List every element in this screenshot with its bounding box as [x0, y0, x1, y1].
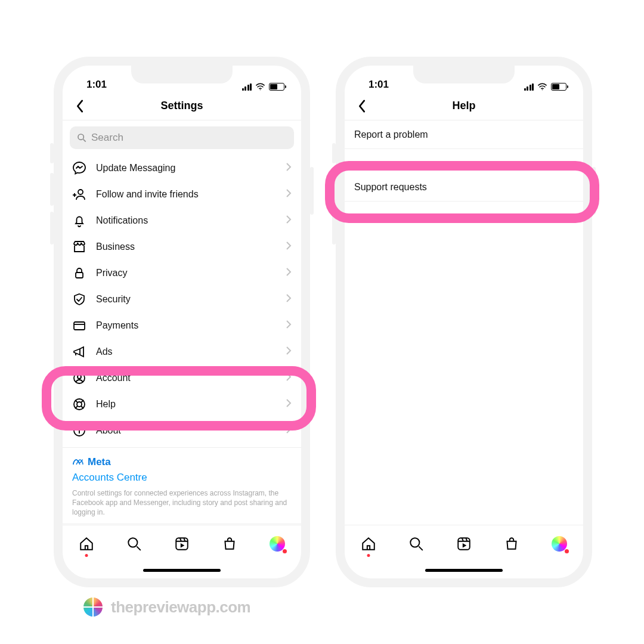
svg-point-0: [260, 89, 261, 90]
search-input[interactable]: Search: [70, 126, 294, 149]
row-label: Support requests: [354, 182, 574, 193]
svg-point-3: [78, 190, 83, 194]
chevron-right-icon: [286, 162, 292, 174]
chevron-right-icon: [286, 425, 292, 436]
status-right: [524, 83, 567, 91]
svg-marker-34: [463, 543, 467, 547]
watermark-text: thepreviewapp.com: [111, 598, 250, 617]
wifi-icon: [255, 83, 265, 91]
svg-marker-26: [181, 543, 185, 547]
cellular-icon: [242, 83, 252, 91]
avatar: [552, 536, 567, 552]
home-indicator[interactable]: [63, 562, 301, 578]
row-label: Business: [96, 242, 276, 252]
svg-point-19: [79, 428, 80, 429]
megaphone-icon: [72, 345, 86, 359]
accounts-centre-link[interactable]: Accounts Centre: [72, 472, 292, 484]
page-title: Help: [345, 100, 583, 112]
tab-search[interactable]: [126, 535, 143, 552]
svg-rect-6: [76, 273, 83, 278]
meta-description: Control settings for connected experienc…: [72, 488, 292, 518]
phone-help: 1:01 Help Report a problem: [336, 57, 592, 587]
cellular-icon: [524, 83, 534, 91]
row-label: Security: [96, 294, 276, 305]
notch: [413, 66, 515, 83]
tab-shop[interactable]: [221, 535, 238, 552]
svg-point-27: [542, 89, 543, 90]
row-business[interactable]: Business: [63, 234, 301, 260]
row-help[interactable]: Help: [63, 391, 301, 417]
tab-home[interactable]: [78, 535, 95, 552]
status-time: 1:01: [86, 79, 107, 91]
chevron-right-icon: [286, 372, 292, 384]
row-privacy[interactable]: Privacy: [63, 260, 301, 286]
row-ads[interactable]: Ads: [63, 339, 301, 365]
shield-icon: [72, 292, 86, 306]
nav-header: Settings: [63, 92, 301, 120]
tab-shop[interactable]: [503, 535, 520, 552]
chevron-right-icon: [286, 188, 292, 200]
phone-frame: 1:01 Settings: [54, 57, 310, 587]
row-follow-invite[interactable]: Follow and invite friends: [63, 181, 301, 208]
lock-icon: [72, 266, 86, 280]
row-label: Payments: [96, 320, 276, 331]
row-label: Ads: [96, 346, 276, 357]
tab-home[interactable]: [360, 535, 377, 552]
divider: [63, 447, 301, 448]
tab-profile[interactable]: [269, 535, 286, 552]
settings-content: Search Update Messaging Follow and invit…: [63, 120, 301, 525]
svg-point-20: [128, 538, 137, 547]
back-button[interactable]: [353, 97, 371, 115]
tab-profile[interactable]: [551, 535, 568, 552]
row-security[interactable]: Security: [63, 286, 301, 312]
row-update-messaging[interactable]: Update Messaging: [63, 155, 301, 181]
page-title: Settings: [63, 100, 301, 112]
status-time: 1:01: [369, 79, 389, 91]
tab-search[interactable]: [408, 535, 425, 552]
row-label: Help: [96, 399, 276, 410]
chevron-right-icon: [286, 267, 292, 279]
row-label: Account: [96, 373, 276, 383]
search-wrap: Search: [63, 120, 301, 155]
phone-settings: 1:01 Settings: [54, 57, 310, 587]
back-button[interactable]: [71, 97, 89, 115]
home-indicator[interactable]: [345, 562, 583, 578]
add-user-icon: [72, 187, 86, 202]
notch: [131, 66, 233, 83]
row-label: Privacy: [96, 268, 276, 278]
messenger-icon: [72, 161, 86, 175]
divider: [63, 524, 301, 524]
store-icon: [72, 240, 86, 254]
row-notifications[interactable]: Notifications: [63, 208, 301, 234]
tab-reels[interactable]: [456, 535, 472, 552]
svg-rect-7: [74, 322, 85, 330]
row-report-problem[interactable]: Report a problem: [345, 120, 583, 149]
svg-line-21: [137, 546, 141, 550]
meta-block: Meta Accounts Centre Control settings fo…: [63, 453, 301, 524]
nav-header: Help: [345, 92, 583, 120]
row-label: Update Messaging: [96, 163, 276, 174]
row-label: Follow and invite friends: [96, 189, 276, 200]
search-placeholder: Search: [91, 132, 123, 144]
bell-icon: [72, 213, 86, 228]
meta-brand: Meta: [88, 456, 111, 468]
chevron-right-icon: [286, 320, 292, 332]
help-content: Report a problem Support requests: [345, 120, 583, 525]
user-icon: [72, 371, 86, 385]
screen: 1:01 Help Report a problem: [345, 66, 583, 578]
meta-logo: Meta: [72, 456, 292, 468]
row-about[interactable]: About: [63, 417, 301, 444]
svg-rect-22: [176, 538, 188, 550]
gap: [345, 149, 583, 173]
svg-line-2: [83, 140, 86, 142]
row-label: Notifications: [96, 215, 276, 226]
avatar: [270, 536, 285, 552]
row-support-requests[interactable]: Support requests: [345, 173, 583, 202]
chevron-right-icon: [286, 398, 292, 410]
phone-frame: 1:01 Help Report a problem: [336, 57, 592, 587]
chevron-right-icon: [286, 241, 292, 253]
row-payments[interactable]: Payments: [63, 312, 301, 339]
row-account[interactable]: Account: [63, 365, 301, 391]
tab-reels[interactable]: [174, 535, 190, 552]
chevron-right-icon: [286, 346, 292, 358]
